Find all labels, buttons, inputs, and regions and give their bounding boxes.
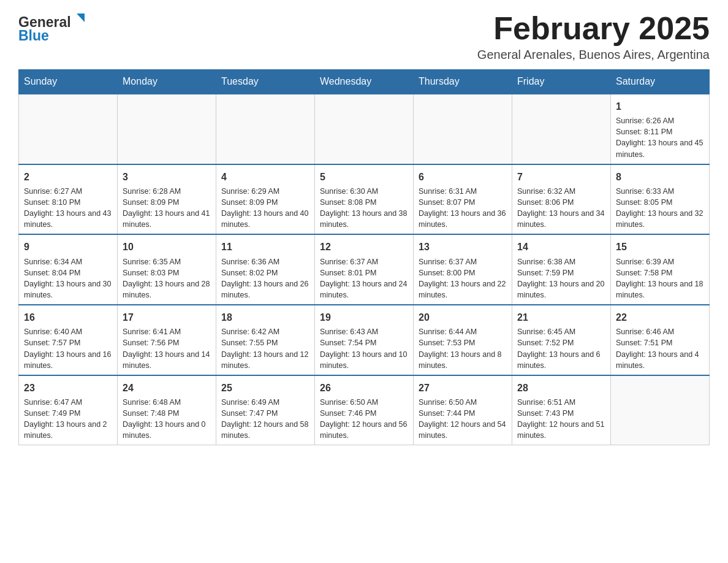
calendar-cell-w4-d7: 22Sunrise: 6:46 AMSunset: 7:51 PMDayligh…: [611, 305, 710, 375]
calendar-cell-w5-d1: 23Sunrise: 6:47 AMSunset: 7:49 PMDayligh…: [19, 375, 118, 445]
sunrise-text: Sunrise: 6:30 AM: [320, 186, 408, 197]
sunset-text: Sunset: 7:59 PM: [517, 267, 605, 278]
daylight-text: Daylight: 13 hours and 0 minutes.: [123, 419, 211, 441]
sunset-text: Sunset: 7:53 PM: [419, 337, 507, 348]
sunrise-text: Sunrise: 6:39 AM: [616, 256, 704, 267]
sunset-text: Sunset: 7:56 PM: [123, 337, 211, 348]
sunrise-text: Sunrise: 6:32 AM: [517, 186, 605, 197]
calendar-cell-w1-d3: [216, 94, 315, 164]
calendar-week-4: 16Sunrise: 6:40 AMSunset: 7:57 PMDayligh…: [19, 305, 710, 375]
calendar-cell-w2-d7: 8Sunrise: 6:33 AMSunset: 8:05 PMDaylight…: [611, 164, 710, 235]
sunrise-text: Sunrise: 6:36 AM: [221, 256, 309, 267]
sunrise-text: Sunrise: 6:34 AM: [24, 256, 112, 267]
sunset-text: Sunset: 8:04 PM: [24, 267, 112, 278]
daylight-text: Daylight: 13 hours and 8 minutes.: [419, 349, 507, 371]
sunrise-text: Sunrise: 6:46 AM: [616, 326, 704, 337]
sunrise-text: Sunrise: 6:41 AM: [123, 326, 211, 337]
day-number: 27: [419, 381, 507, 395]
sunset-text: Sunset: 7:57 PM: [24, 337, 112, 348]
calendar-cell-w1-d1: [19, 94, 118, 164]
day-number: 5: [320, 170, 408, 184]
day-number: 22: [616, 310, 704, 324]
calendar-cell-w5-d3: 25Sunrise: 6:49 AMSunset: 7:47 PMDayligh…: [216, 375, 315, 445]
calendar-cell-w5-d7: [611, 375, 710, 445]
sunset-text: Sunset: 7:46 PM: [320, 408, 408, 419]
sunset-text: Sunset: 8:03 PM: [123, 267, 211, 278]
calendar-cell-w1-d2: [118, 94, 216, 164]
sunset-text: Sunset: 8:09 PM: [221, 197, 309, 208]
calendar-cell-w3-d6: 14Sunrise: 6:38 AMSunset: 7:59 PMDayligh…: [512, 234, 611, 305]
daylight-text: Daylight: 13 hours and 41 minutes.: [123, 208, 211, 230]
weekday-header-row: Sunday Monday Tuesday Wednesday Thursday…: [19, 70, 710, 94]
day-number: 4: [221, 170, 309, 184]
calendar-cell-w5-d2: 24Sunrise: 6:48 AMSunset: 7:48 PMDayligh…: [118, 375, 216, 445]
day-number: 6: [419, 170, 507, 184]
calendar-cell-w2-d6: 7Sunrise: 6:32 AMSunset: 8:06 PMDaylight…: [512, 164, 611, 235]
sunrise-text: Sunrise: 6:45 AM: [517, 326, 605, 337]
daylight-text: Daylight: 13 hours and 12 minutes.: [221, 349, 309, 371]
header-monday: Monday: [118, 70, 216, 94]
sunset-text: Sunset: 8:11 PM: [616, 126, 704, 137]
calendar-cell-w2-d2: 3Sunrise: 6:28 AMSunset: 8:09 PMDaylight…: [118, 164, 216, 235]
daylight-text: Daylight: 13 hours and 16 minutes.: [24, 349, 112, 371]
day-number: 10: [123, 240, 211, 254]
sunset-text: Sunset: 8:05 PM: [616, 197, 704, 208]
day-number: 8: [616, 170, 704, 184]
calendar-cell-w1-d7: 1Sunrise: 6:26 AMSunset: 8:11 PMDaylight…: [611, 94, 710, 164]
sunset-text: Sunset: 8:06 PM: [517, 197, 605, 208]
sunset-text: Sunset: 7:55 PM: [221, 337, 309, 348]
calendar-week-1: 1Sunrise: 6:26 AMSunset: 8:11 PMDaylight…: [19, 94, 710, 164]
sunrise-text: Sunrise: 6:40 AM: [24, 326, 112, 337]
sunrise-text: Sunrise: 6:27 AM: [24, 186, 112, 197]
sunrise-text: Sunrise: 6:44 AM: [419, 326, 507, 337]
daylight-text: Daylight: 12 hours and 51 minutes.: [517, 419, 605, 441]
day-number: 17: [123, 310, 211, 324]
sunset-text: Sunset: 8:01 PM: [320, 267, 408, 278]
header-sunday: Sunday: [19, 70, 118, 94]
sunrise-text: Sunrise: 6:33 AM: [616, 186, 704, 197]
daylight-text: Daylight: 13 hours and 43 minutes.: [24, 208, 112, 230]
sunrise-text: Sunrise: 6:50 AM: [419, 397, 507, 408]
daylight-text: Daylight: 13 hours and 24 minutes.: [320, 278, 408, 301]
calendar-cell-w4-d1: 16Sunrise: 6:40 AMSunset: 7:57 PMDayligh…: [19, 305, 118, 375]
calendar-week-3: 9Sunrise: 6:34 AMSunset: 8:04 PMDaylight…: [19, 234, 710, 305]
sunrise-text: Sunrise: 6:43 AM: [320, 326, 408, 337]
day-number: 21: [517, 310, 605, 324]
day-number: 9: [24, 240, 112, 254]
sunset-text: Sunset: 7:44 PM: [419, 408, 507, 419]
daylight-text: Daylight: 13 hours and 26 minutes.: [221, 278, 309, 301]
daylight-text: Daylight: 12 hours and 58 minutes.: [221, 419, 309, 441]
sunrise-text: Sunrise: 6:49 AM: [221, 397, 309, 408]
logo-icon: General Blue: [18, 12, 92, 43]
page-header: General Blue February 2025 General Arena…: [18, 12, 710, 62]
sunrise-text: Sunrise: 6:48 AM: [123, 397, 211, 408]
calendar-week-2: 2Sunrise: 6:27 AMSunset: 8:10 PMDaylight…: [19, 164, 710, 235]
daylight-text: Daylight: 13 hours and 22 minutes.: [419, 278, 507, 301]
sunset-text: Sunset: 7:51 PM: [616, 337, 704, 348]
sunset-text: Sunset: 7:49 PM: [24, 408, 112, 419]
calendar-table: Sunday Monday Tuesday Wednesday Thursday…: [18, 69, 710, 445]
sunset-text: Sunset: 7:52 PM: [517, 337, 605, 348]
day-number: 23: [24, 381, 112, 395]
sunset-text: Sunset: 8:07 PM: [419, 197, 507, 208]
sunrise-text: Sunrise: 6:29 AM: [221, 186, 309, 197]
daylight-text: Daylight: 13 hours and 36 minutes.: [419, 208, 507, 230]
calendar-cell-w2-d4: 5Sunrise: 6:30 AMSunset: 8:08 PMDaylight…: [315, 164, 414, 235]
calendar-cell-w5-d4: 26Sunrise: 6:50 AMSunset: 7:46 PMDayligh…: [315, 375, 414, 445]
calendar-cell-w3-d4: 12Sunrise: 6:37 AMSunset: 8:01 PMDayligh…: [315, 234, 414, 305]
sunrise-text: Sunrise: 6:31 AM: [419, 186, 507, 197]
calendar-cell-w1-d4: [315, 94, 414, 164]
header-friday: Friday: [512, 70, 611, 94]
svg-marker-1: [77, 13, 85, 22]
calendar-cell-w5-d5: 27Sunrise: 6:50 AMSunset: 7:44 PMDayligh…: [414, 375, 512, 445]
calendar-cell-w3-d3: 11Sunrise: 6:36 AMSunset: 8:02 PMDayligh…: [216, 234, 315, 305]
header-saturday: Saturday: [611, 70, 710, 94]
sunset-text: Sunset: 7:58 PM: [616, 267, 704, 278]
location-subtitle: General Arenales, Buenos Aires, Argentin…: [477, 48, 710, 62]
svg-text:Blue: Blue: [18, 28, 49, 43]
calendar-cell-w3-d1: 9Sunrise: 6:34 AMSunset: 8:04 PMDaylight…: [19, 234, 118, 305]
daylight-text: Daylight: 13 hours and 14 minutes.: [123, 349, 211, 371]
sunrise-text: Sunrise: 6:47 AM: [24, 397, 112, 408]
day-number: 28: [517, 381, 605, 395]
calendar-cell-w3-d5: 13Sunrise: 6:37 AMSunset: 8:00 PMDayligh…: [414, 234, 512, 305]
